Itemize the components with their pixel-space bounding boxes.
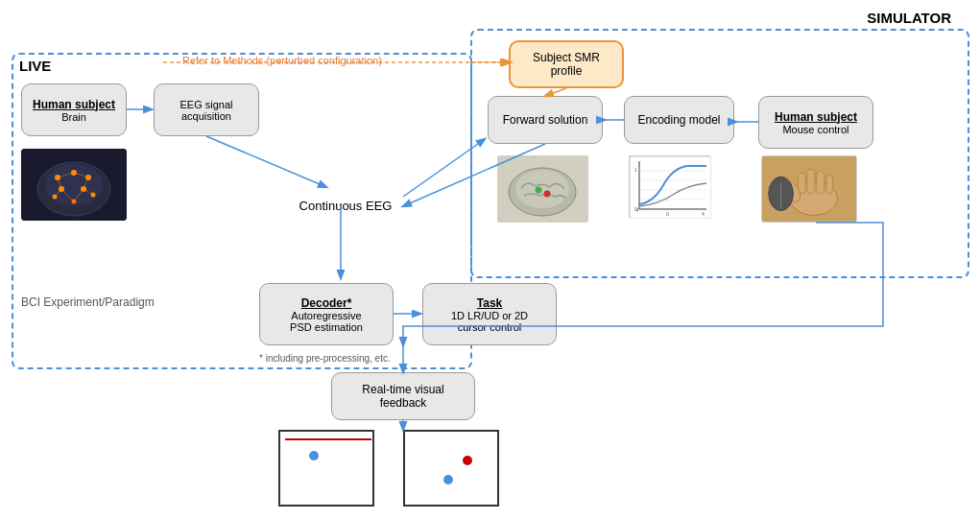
human-subject-mouse-title: Human subject	[775, 110, 857, 124]
svg-point-47	[309, 451, 319, 460]
encoding-model-label: Encoding model	[637, 113, 720, 127]
human-subject-mouse-box: Human subject Mouse control	[758, 96, 873, 149]
svg-point-21	[515, 170, 569, 208]
decoder-sub: AutoregressivePSD estimation	[290, 310, 363, 333]
eeg-signal-label: EEG signalacquisition	[179, 99, 232, 122]
eeg-signal-box: EEG signalacquisition	[154, 83, 259, 136]
svg-text:0: 0	[634, 206, 637, 212]
svg-rect-40	[817, 171, 825, 194]
realtime-label: Real-time visualfeedback	[362, 383, 443, 410]
encoding-chart-image: -4 0 4 1 0	[629, 155, 710, 218]
human-subject-brain-sub: Brain	[61, 111, 86, 123]
decoder-box: Decoder* AutoregressivePSD estimation	[259, 283, 394, 345]
svg-rect-41	[826, 175, 833, 194]
feedback-screen-2	[403, 430, 499, 507]
subject-smr-label: Subject SMRprofile	[533, 51, 600, 78]
feedback-screen-1	[278, 430, 374, 507]
task-box: Task 1D LR/UD or 2Dcursor control	[422, 283, 557, 345]
footnote: * including pre-processing, etc.	[259, 353, 391, 364]
realtime-feedback-box: Real-time visualfeedback	[331, 372, 475, 420]
task-title: Task	[477, 296, 502, 310]
task-sub: 1D LR/UD or 2Dcursor control	[451, 310, 528, 333]
svg-point-48	[463, 456, 472, 465]
brain-3d-image	[497, 155, 588, 223]
human-subject-brain-box: Human subject Brain	[21, 83, 127, 136]
human-subject-mouse-sub: Mouse control	[782, 124, 849, 135]
svg-point-22	[536, 187, 542, 194]
svg-point-49	[443, 475, 453, 484]
brain-image	[21, 149, 127, 221]
human-subject-brain-title: Human subject	[33, 98, 115, 111]
forward-solution-box: Forward solution	[488, 96, 603, 144]
svg-point-23	[544, 191, 551, 198]
refer-methods-label: Refer to Methods (perturbed configuratio…	[182, 55, 382, 66]
svg-text:4: 4	[702, 211, 705, 217]
mouse-hand-image	[761, 155, 857, 223]
encoding-model-box: Encoding model	[624, 96, 734, 144]
svg-text:1: 1	[634, 167, 637, 173]
svg-rect-39	[807, 169, 815, 193]
diagram-container: LIVE SIMULATOR Human subject Brain	[0, 0, 980, 519]
continuous-eeg-label: Continuous EEG	[288, 184, 403, 227]
live-label: LIVE	[19, 58, 51, 74]
simulator-label: SIMULATOR	[867, 10, 951, 26]
decoder-title: Decoder*	[301, 296, 352, 310]
bci-experiment-label: BCI Experiment/Paradigm	[21, 295, 155, 309]
subject-smr-box: Subject SMRprofile	[509, 40, 624, 88]
forward-solution-label: Forward solution	[503, 113, 588, 127]
svg-text:0: 0	[666, 211, 669, 217]
